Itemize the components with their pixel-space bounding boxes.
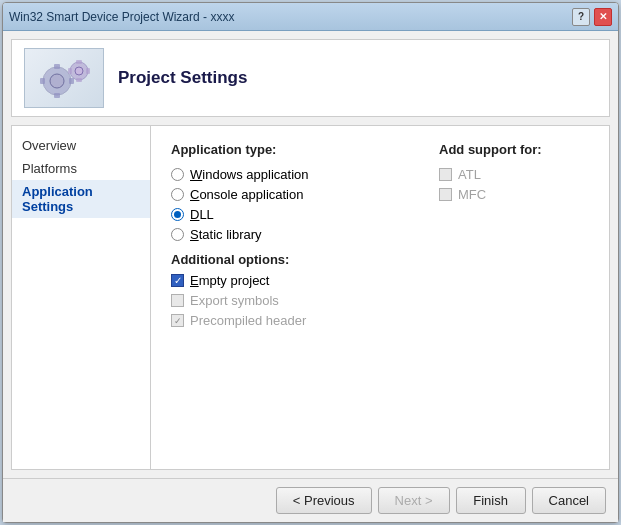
support-group: ATL MFC: [439, 167, 589, 202]
svg-rect-9: [76, 78, 82, 82]
checkbox-atl-label: ATL: [458, 167, 481, 182]
checkbox-export-symbols: Export symbols: [171, 293, 409, 308]
checkbox-mfc-input: [439, 188, 452, 201]
radio-windows-input[interactable]: [171, 168, 184, 181]
checkbox-export-symbols-label: Export symbols: [190, 293, 279, 308]
radio-windows[interactable]: Windows application: [171, 167, 409, 182]
checkbox-atl: ATL: [439, 167, 589, 182]
radio-static-label: Static library: [190, 227, 262, 242]
checkbox-mfc: MFC: [439, 187, 589, 202]
radio-console-input[interactable]: [171, 188, 184, 201]
sidebar: Overview Platforms Application Settings: [11, 125, 151, 470]
help-button[interactable]: ?: [572, 8, 590, 26]
app-type-label: Application type:: [171, 142, 409, 157]
radio-dll-label: DLL: [190, 207, 214, 222]
add-support-label: Add support for:: [439, 142, 589, 157]
radio-dll[interactable]: DLL: [171, 207, 409, 222]
close-button[interactable]: ✕: [594, 8, 612, 26]
sidebar-item-platforms[interactable]: Platforms: [12, 157, 150, 180]
wizard-icon: [24, 48, 104, 108]
finish-button[interactable]: Finish: [456, 487, 526, 514]
title-bar: Win32 Smart Device Project Wizard - xxxx…: [3, 3, 618, 31]
title-bar-text: Win32 Smart Device Project Wizard - xxxx: [9, 10, 234, 24]
radio-windows-label: Windows application: [190, 167, 309, 182]
cancel-button[interactable]: Cancel: [532, 487, 606, 514]
page-title: Project Settings: [118, 68, 247, 88]
svg-point-7: [75, 67, 83, 75]
checkbox-precompiled-header-label: Precompiled header: [190, 313, 306, 328]
checkbox-precompiled-header: ✓ Precompiled header: [171, 313, 409, 328]
sidebar-item-overview[interactable]: Overview: [12, 134, 150, 157]
checkbox-precompiled-header-input: ✓: [171, 314, 184, 327]
checkbox-export-symbols-input: [171, 294, 184, 307]
content-area: Project Settings Overview Platforms Appl…: [3, 31, 618, 478]
additional-options-group: ✓ Empty project Export symbols ✓ Precomp…: [171, 273, 409, 328]
right-column: Add support for: ATL MFC: [439, 142, 589, 338]
svg-rect-11: [86, 68, 90, 74]
checkbox-empty-project-input[interactable]: ✓: [171, 274, 184, 287]
svg-rect-5: [69, 78, 74, 84]
radio-console[interactable]: Console application: [171, 187, 409, 202]
wizard-window: Win32 Smart Device Project Wizard - xxxx…: [2, 2, 619, 523]
additional-options-label: Additional options:: [171, 252, 409, 267]
radio-static[interactable]: Static library: [171, 227, 409, 242]
svg-rect-10: [68, 68, 72, 74]
svg-rect-4: [40, 78, 45, 84]
previous-button[interactable]: < Previous: [276, 487, 372, 514]
header-banner: Project Settings: [11, 39, 610, 117]
main-panel: Application type: Windows application Co…: [151, 125, 610, 470]
radio-dll-input[interactable]: [171, 208, 184, 221]
radio-console-label: Console application: [190, 187, 303, 202]
footer: < Previous Next > Finish Cancel: [3, 478, 618, 522]
title-bar-controls: ? ✕: [572, 8, 612, 26]
checkbox-atl-input: [439, 168, 452, 181]
radio-static-input[interactable]: [171, 228, 184, 241]
app-type-radio-group: Windows application Console application: [171, 167, 409, 242]
svg-rect-3: [54, 93, 60, 98]
svg-rect-2: [54, 64, 60, 69]
checkbox-mfc-label: MFC: [458, 187, 486, 202]
two-col-layout: Application type: Windows application Co…: [171, 142, 589, 338]
main-body: Overview Platforms Application Settings …: [11, 125, 610, 470]
svg-rect-8: [76, 60, 82, 64]
svg-point-1: [50, 74, 64, 88]
checkbox-empty-project[interactable]: ✓ Empty project: [171, 273, 409, 288]
left-column: Application type: Windows application Co…: [171, 142, 409, 338]
sidebar-item-app-settings[interactable]: Application Settings: [12, 180, 150, 218]
next-button[interactable]: Next >: [378, 487, 450, 514]
checkbox-empty-project-label: Empty project: [190, 273, 269, 288]
